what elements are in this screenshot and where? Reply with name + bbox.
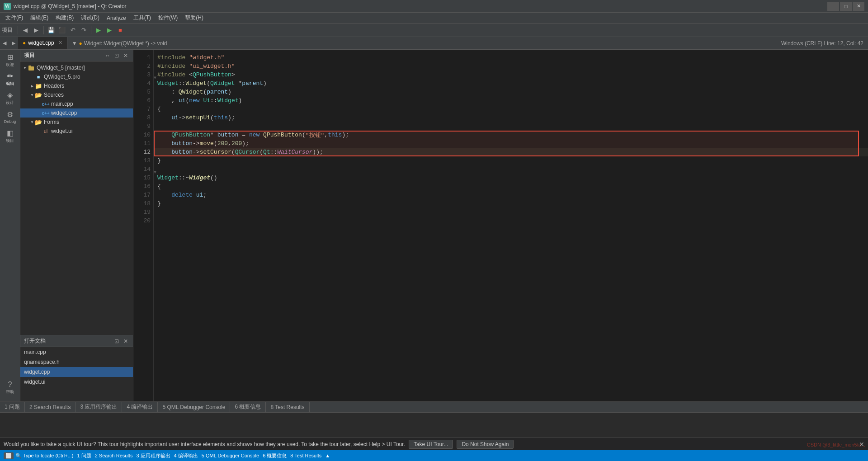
tab-nav-right[interactable]: ▶ — [9, 37, 18, 49]
tab-widget-cpp[interactable]: ● widget.cpp ✕ — [18, 37, 67, 49]
open-docs-panel: 打开文档 ⊡ ✕ main.cpp qnamespace.h widget.cp… — [20, 335, 133, 401]
help-label: 帮助 — [6, 389, 14, 395]
panel-close-btn[interactable]: ✕ — [122, 52, 129, 59]
toolbar-btn-debug-run[interactable]: ▶ — [104, 25, 114, 35]
tree-widget-ui[interactable]: ▶ ui widget.ui — [20, 127, 133, 136]
menu-build[interactable]: 构建(B) — [52, 13, 77, 23]
sidebar-icon-edit[interactable]: ✏ 编辑 — [1, 71, 19, 89]
csdn-watermark: CSDN @3_little_mon5te... — [804, 441, 868, 448]
open-doc-main-cpp[interactable]: main.cpp — [20, 347, 133, 357]
svg-rect-0 — [28, 66, 34, 71]
tour-bar: Would you like to take a quick UI tour? … — [0, 437, 868, 450]
sources-arrow — [29, 93, 35, 97]
bottom-tabs: 1 问题 2 Search Results 3 应用程序输出 4 编译输出 5 … — [0, 402, 868, 413]
toolbar-btn-redo[interactable]: ↷ — [79, 25, 89, 35]
title-bar-text: widget.cpp @ QWidget_5 [master] - Qt Cre… — [14, 3, 827, 9]
status-arrow[interactable]: ▲ — [325, 453, 330, 458]
sources-folder-icon: 📂 — [35, 91, 42, 99]
panel-expand-btn[interactable]: ⊡ — [113, 52, 120, 59]
ln-12: 12 — [133, 148, 153, 156]
code-line-1: #include "widget.h" — [154, 53, 868, 62]
ln-10: 10 — [133, 131, 153, 139]
code-line-20 — [154, 216, 868, 225]
status-run-icon[interactable]: ⬜ — [4, 452, 14, 459]
bottom-tab-tests[interactable]: 8 Test Results — [266, 402, 309, 412]
toolbar-btn-save[interactable]: 💾 — [46, 25, 56, 35]
tree-headers-folder[interactable]: 📁 Headers — [20, 81, 133, 90]
forms-folder-icon: 📂 — [35, 118, 42, 126]
open-doc-widget-ui[interactable]: widget.ui — [20, 377, 133, 387]
sidebar-icon-project[interactable]: ◧ 项目 — [1, 127, 19, 146]
tab-nav-left[interactable]: ◀ — [0, 37, 9, 49]
tree-pro-file[interactable]: ▶ ■ QWidget_5.pro — [20, 72, 133, 81]
toolbar-project-label: 项目 — [2, 26, 13, 34]
bottom-tab-compout[interactable]: 4 编译输出 — [122, 402, 158, 412]
status-issues[interactable]: 1 问题 — [77, 452, 91, 459]
ln-3: 3 — [133, 71, 153, 79]
line-numbers: 1 2 3 4 5 6 7 8 9 10 11 12 13 14 15 16 1… — [133, 50, 154, 401]
tab-status: Windows (CRLF) Line: 12, Col: 42 — [777, 37, 868, 49]
open-docs-expand[interactable]: ⊡ — [113, 338, 120, 345]
sidebar-icon-welcome[interactable]: ⊞ 欢迎 — [1, 52, 19, 70]
code-editor[interactable]: 1 2 3 4 5 6 7 8 9 10 11 12 13 14 15 16 1… — [133, 50, 868, 401]
menu-tools[interactable]: 工具(T) — [130, 13, 155, 23]
toolbar-btn-forward[interactable]: ▶ — [31, 25, 41, 35]
tree-widget-cpp[interactable]: ▶ c++ widget.cpp — [20, 108, 133, 118]
menu-file[interactable]: 文件(F) — [2, 13, 27, 23]
status-search-box[interactable]: 🔍 Type to locate (Ctrl+...) — [15, 453, 73, 459]
open-doc-widget-cpp[interactable]: widget.cpp — [20, 367, 133, 377]
status-compout[interactable]: 4 编译输出 — [174, 452, 198, 459]
ln-18: 18 — [133, 199, 153, 208]
tab-close-btn[interactable]: ✕ — [58, 40, 62, 46]
root-icon — [28, 64, 35, 71]
sidebar-icon-debug[interactable]: ⚙ Debug — [1, 108, 19, 127]
bottom-tab-issues[interactable]: 1 问题 — [0, 402, 25, 412]
ln-15: 15 — [133, 174, 153, 182]
status-tests[interactable]: 8 Test Results — [290, 453, 321, 458]
ln-16: 16 — [133, 182, 153, 191]
toolbar-btn-undo[interactable]: ↶ — [68, 25, 78, 35]
bottom-tab-qml[interactable]: 5 QML Debugger Console — [158, 402, 230, 412]
bottom-tab-appout[interactable]: 3 应用程序输出 — [75, 402, 122, 412]
menu-analyze[interactable]: Analyze — [103, 13, 130, 23]
tree-root[interactable]: QWidget_5 [master] — [20, 63, 133, 72]
toolbar: 项目 ◀ ▶ 💾 ⬛ ↶ ↷ ▶ ▶ ■ — [0, 24, 868, 37]
code-line-8: ui->setupUi(this); — [154, 113, 868, 122]
toolbar-btn-stop[interactable]: ■ — [115, 25, 125, 35]
maximize-button[interactable]: □ — [840, 2, 852, 11]
close-button[interactable]: ✕ — [853, 2, 864, 11]
code-line-9 — [154, 122, 868, 131]
menu-controls[interactable]: 控件(W) — [155, 13, 181, 23]
open-docs-list: main.cpp qnamespace.h widget.cpp widget.… — [20, 347, 133, 401]
toolbar-btn-run[interactable]: ▶ — [94, 25, 104, 35]
panel-sync-btn[interactable]: ↔ — [104, 52, 111, 59]
menu-help[interactable]: 帮助(H) — [181, 13, 207, 23]
bottom-tab-overview[interactable]: 6 概要信息 — [230, 402, 266, 412]
debug-icon: ⚙ — [7, 111, 13, 118]
code-lines[interactable]: ▼ ▼ #include "widget.h" #include "ui_wid… — [154, 50, 868, 401]
sidebar-icon-design[interactable]: ◈ 设计 — [1, 89, 19, 108]
tree-forms-folder[interactable]: 📂 Forms — [20, 118, 133, 127]
sidebar-icon-help[interactable]: ? 帮助 — [1, 379, 19, 397]
toolbar-btn-back[interactable]: ◀ — [20, 25, 30, 35]
main-cpp-label: main.cpp — [51, 101, 73, 107]
status-qml[interactable]: 5 QML Debugger Console — [202, 453, 259, 458]
menu-debug[interactable]: 调试(D) — [77, 13, 103, 23]
open-doc-qnamespace[interactable]: qnamespace.h — [20, 357, 133, 367]
tree-main-cpp[interactable]: ▶ c++ main.cpp — [20, 99, 133, 108]
open-docs-close[interactable]: ✕ — [122, 338, 129, 345]
minimize-button[interactable]: — — [827, 2, 839, 11]
tour-dismiss-btn[interactable]: Do Not Show Again — [457, 440, 514, 449]
menu-edit[interactable]: 编辑(E) — [27, 13, 52, 23]
status-overview[interactable]: 6 概要信息 — [263, 452, 287, 459]
toolbar-btn-saveall[interactable]: ⬛ — [57, 25, 67, 35]
tour-take-btn[interactable]: Take UI Tour... — [409, 440, 453, 449]
ln-11: 11 — [133, 139, 153, 148]
bottom-tab-search[interactable]: 2 Search Results — [25, 402, 75, 412]
project-panel-title: 项目 — [24, 52, 35, 59]
status-appout[interactable]: 3 应用程序输出 — [136, 452, 170, 459]
status-search[interactable]: 2 Search Results — [95, 453, 133, 458]
open-doc-qnamespace-label: qnamespace.h — [24, 359, 60, 365]
code-line-2: #include "ui_widget.h" — [154, 62, 868, 71]
tree-sources-folder[interactable]: 📂 Sources — [20, 90, 133, 99]
